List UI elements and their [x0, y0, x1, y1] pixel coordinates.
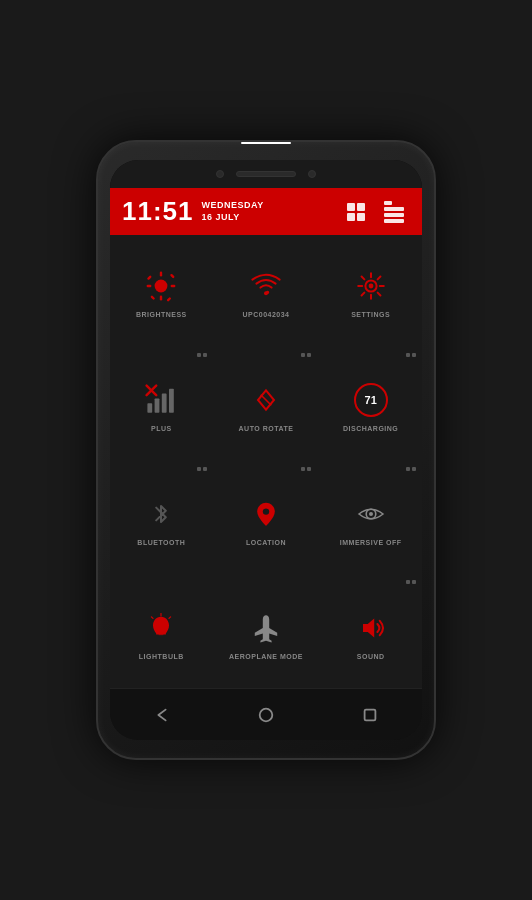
- svg-rect-13: [162, 394, 167, 413]
- svg-rect-4: [171, 285, 176, 287]
- app-grid: BRIGHTNESS UPC0042034: [110, 235, 422, 688]
- autorotate-label: AUTO ROTATE: [239, 425, 294, 432]
- discharging-label: DISCHARGING: [343, 425, 398, 432]
- discharging-tile[interactable]: 71 DISCHARGING: [319, 349, 422, 461]
- signal-x-icon: [142, 381, 180, 419]
- back-button[interactable]: [142, 695, 182, 735]
- immersive-icon: [352, 495, 390, 533]
- settings-icon: [352, 267, 390, 305]
- svg-rect-2: [160, 296, 162, 301]
- rotate-notif: [301, 353, 311, 357]
- lightbulb-label: LIGHTBULB: [139, 653, 184, 660]
- camera-dot-2: [308, 170, 316, 178]
- camera-dot: [216, 170, 224, 178]
- immersive-tile[interactable]: IMMERSIVE OFF: [319, 463, 422, 575]
- svg-point-19: [369, 512, 373, 516]
- svg-rect-6: [170, 274, 175, 279]
- svg-rect-12: [155, 399, 160, 413]
- svg-rect-20: [159, 632, 164, 634]
- sound-icon: [352, 609, 390, 647]
- svg-rect-7: [151, 295, 156, 300]
- settings-label: SETTINGS: [351, 311, 390, 318]
- phone-device: 11:51 WEDNESDAY 16 JULY: [96, 140, 436, 760]
- battery-percent-circle: 71: [354, 383, 388, 417]
- wifi-icon: [247, 267, 285, 305]
- wifi-label: UPC0042034: [242, 311, 289, 318]
- header-icons: [340, 198, 410, 226]
- speaker-bar: [236, 171, 296, 177]
- brightness-tile[interactable]: BRIGHTNESS: [110, 235, 213, 347]
- list-icon: [384, 201, 404, 223]
- location-label: LOCATION: [246, 539, 286, 546]
- bluetooth-label: BLUETOOTH: [137, 539, 185, 546]
- svg-point-17: [263, 508, 269, 514]
- sound-tile[interactable]: SOUND: [319, 576, 422, 688]
- svg-rect-1: [160, 272, 162, 277]
- immersive-label: IMMERSIVE OFF: [340, 539, 402, 546]
- bluetooth-icon: [142, 495, 180, 533]
- aeroplane-tile[interactable]: AEROPLANE MODE: [215, 576, 318, 688]
- svg-point-9: [264, 292, 268, 296]
- lightbulb-tile[interactable]: LIGHTBULB: [110, 576, 213, 688]
- svg-point-10: [368, 284, 373, 289]
- recents-button[interactable]: [350, 695, 390, 735]
- svg-rect-5: [147, 276, 152, 281]
- bluetooth-tile[interactable]: BLUETOOTH: [110, 463, 213, 575]
- time-section: 11:51 WEDNESDAY 16 JULY: [122, 196, 264, 227]
- rotate-icon: [247, 381, 285, 419]
- settings-tile[interactable]: SETTINGS: [319, 235, 422, 347]
- svg-point-0: [155, 280, 168, 293]
- grid-2x2-icon: [347, 203, 365, 221]
- aeroplane-label: AEROPLANE MODE: [229, 653, 303, 660]
- home-button[interactable]: [246, 695, 286, 735]
- svg-line-22: [152, 616, 154, 618]
- location-tile[interactable]: LOCATION: [215, 463, 318, 575]
- location-icon: [247, 495, 285, 533]
- clock-time: 11:51: [122, 196, 194, 227]
- airplane-icon: [247, 609, 285, 647]
- svg-rect-8: [167, 297, 172, 302]
- discharge-notif: [406, 353, 416, 357]
- phone-screen: 11:51 WEDNESDAY 16 JULY: [110, 160, 422, 740]
- brightness-icon: [142, 267, 180, 305]
- sound-notif: [406, 580, 416, 584]
- lightbulb-icon: [142, 609, 180, 647]
- imm-notif: [406, 467, 416, 471]
- grid-2x2-button[interactable]: [340, 198, 372, 226]
- svg-rect-14: [169, 389, 174, 413]
- svg-rect-3: [147, 285, 152, 287]
- svg-line-23: [169, 616, 171, 618]
- grid-list-button[interactable]: [378, 198, 410, 226]
- svg-rect-25: [365, 709, 376, 720]
- wifi-tile[interactable]: UPC0042034: [215, 235, 318, 347]
- svg-rect-11: [148, 403, 153, 413]
- loc-notif: [301, 467, 311, 471]
- plus-label: PLUS: [151, 425, 172, 432]
- sound-label: SOUND: [357, 653, 385, 660]
- autorotate-tile[interactable]: AUTO ROTATE: [215, 349, 318, 461]
- plus-tile[interactable]: PLUS: [110, 349, 213, 461]
- phone-top-hardware: [110, 160, 422, 188]
- navigation-bar: [110, 688, 422, 740]
- brightness-label: BRIGHTNESS: [136, 311, 187, 318]
- date-display: WEDNESDAY 16 JULY: [202, 200, 264, 223]
- battery-icon: 71: [352, 381, 390, 419]
- status-bar: 11:51 WEDNESDAY 16 JULY: [110, 188, 422, 235]
- svg-point-24: [260, 708, 273, 721]
- plus-notif: [197, 353, 207, 357]
- bt-notif: [197, 467, 207, 471]
